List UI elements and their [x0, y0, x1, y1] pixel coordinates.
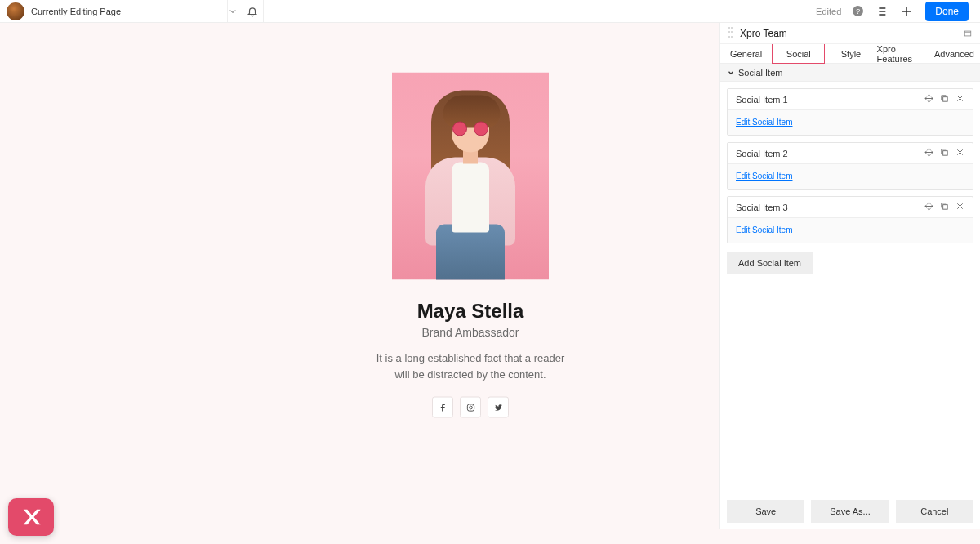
duplicate-button[interactable]	[940, 94, 949, 105]
page-dropdown-button[interactable]	[226, 5, 239, 18]
copy-icon	[940, 148, 949, 157]
top-bar: Currently Editing Page Edited ? Done	[0, 0, 980, 23]
topbar-right: Edited ? Done	[816, 2, 973, 21]
panel-title: Xpro Team	[740, 28, 964, 39]
move-button[interactable]	[924, 148, 933, 158]
team-name: Maya Stella	[364, 300, 577, 323]
page-title: Currently Editing Page	[31, 7, 121, 16]
builder-fab[interactable]	[8, 498, 54, 536]
svg-rect-3	[964, 31, 971, 36]
svg-point-1	[469, 406, 472, 409]
panel-body: Social Item 1 Edit Social Item Social It…	[720, 82, 980, 281]
notifications-button[interactable]	[241, 0, 264, 23]
tab-social[interactable]: Social	[772, 44, 825, 64]
team-card[interactable]: Maya Stella Brand Ambassador It is a lon…	[364, 73, 577, 418]
edit-link[interactable]: Edit Social Item	[736, 118, 792, 127]
panel-tabs: General Social Style Xpro Features Advan…	[720, 44, 980, 64]
cancel-button[interactable]: Cancel	[896, 500, 973, 523]
twitter-icon	[494, 403, 503, 412]
item-label: Social Item 1	[736, 95, 924, 105]
duplicate-button[interactable]	[940, 148, 949, 158]
topbar-left: Currently Editing Page	[7, 2, 121, 20]
edit-link[interactable]: Edit Social Item	[736, 225, 792, 234]
team-description: It is a long established fact that a rea…	[364, 350, 577, 382]
team-role: Brand Ambassador	[364, 326, 577, 339]
panel-header: Xpro Team	[720, 23, 980, 44]
svg-rect-6	[943, 205, 948, 209]
add-social-item-button[interactable]: Add Social Item	[727, 252, 813, 274]
tab-xpro-features[interactable]: Xpro Features	[877, 44, 929, 64]
chevron-down-icon	[228, 7, 238, 16]
panel-footer: Save Save As... Cancel	[720, 493, 980, 529]
social-item-3: Social Item 3 Edit Social Item	[727, 196, 973, 243]
list-button[interactable]	[875, 5, 888, 18]
section-title: Social Item	[738, 68, 782, 78]
social-icons	[364, 397, 577, 418]
team-photo	[392, 73, 549, 280]
svg-rect-0	[467, 404, 474, 410]
close-icon	[956, 148, 964, 157]
item-header[interactable]: Social Item 2	[728, 143, 973, 163]
move-icon	[924, 148, 933, 157]
settings-panel: Xpro Team General Social Style Xpro Feat…	[720, 23, 980, 529]
add-button[interactable]	[899, 4, 914, 19]
list-icon	[875, 5, 888, 18]
edit-link[interactable]: Edit Social Item	[736, 172, 792, 181]
window-icon	[964, 29, 972, 38]
item-header[interactable]: Social Item 3	[728, 197, 973, 217]
facebook-button[interactable]	[432, 397, 453, 418]
remove-button[interactable]	[956, 94, 964, 105]
section-header[interactable]: Social Item	[720, 64, 980, 82]
svg-rect-4	[943, 97, 948, 102]
social-item-2: Social Item 2 Edit Social Item	[727, 142, 973, 190]
move-icon	[924, 94, 933, 103]
bell-icon	[247, 6, 258, 17]
svg-point-2	[472, 405, 473, 406]
edited-status: Edited	[816, 7, 841, 16]
remove-button[interactable]	[956, 202, 964, 212]
x-logo-icon	[20, 506, 42, 528]
drag-handle-icon[interactable]	[728, 27, 733, 40]
social-item-1: Social Item 1 Edit Social Item	[727, 88, 973, 136]
move-button[interactable]	[924, 94, 933, 105]
close-icon	[956, 202, 964, 211]
instagram-icon	[466, 403, 475, 412]
move-button[interactable]	[924, 202, 933, 212]
tab-style[interactable]: Style	[825, 44, 876, 64]
remove-button[interactable]	[956, 148, 964, 158]
close-icon	[956, 94, 964, 103]
save-button[interactable]: Save	[727, 500, 804, 523]
done-button[interactable]: Done	[925, 2, 969, 21]
item-label: Social Item 3	[736, 203, 924, 212]
tab-advanced[interactable]: Advanced	[929, 44, 980, 64]
save-as-button[interactable]: Save As...	[811, 500, 889, 523]
chevron-down-icon	[727, 69, 735, 77]
item-label: Social Item 2	[736, 149, 924, 158]
copy-icon	[940, 202, 949, 211]
plus-icon	[899, 4, 914, 19]
move-icon	[924, 202, 933, 211]
svg-rect-5	[943, 151, 948, 156]
tab-general[interactable]: General	[720, 44, 772, 64]
instagram-button[interactable]	[460, 397, 481, 418]
app-logo	[7, 2, 24, 20]
copy-icon	[940, 94, 949, 103]
help-icon[interactable]: ?	[853, 6, 863, 16]
duplicate-button[interactable]	[940, 202, 949, 212]
maximize-button[interactable]	[964, 26, 972, 41]
twitter-button[interactable]	[488, 397, 509, 418]
facebook-icon	[439, 403, 448, 412]
item-header[interactable]: Social Item 1	[728, 89, 973, 109]
